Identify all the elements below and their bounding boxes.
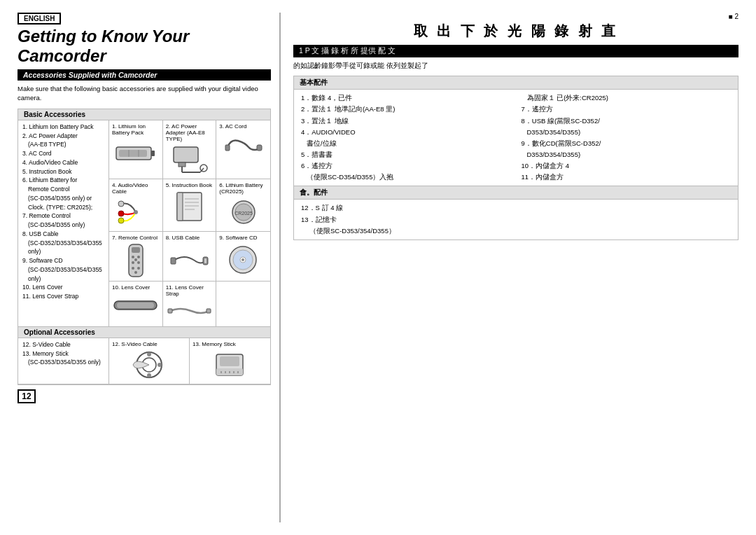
svg-rect-5 [174, 147, 198, 162]
svg-rect-45 [168, 309, 172, 313]
grid-cell-9: 9. Software CD [216, 232, 270, 281]
svg-point-14 [118, 201, 124, 207]
svg-text:CR2025: CR2025 [234, 211, 253, 216]
svg-point-13 [134, 210, 138, 214]
optional-list: 12. S-Video Cable 13. Memory Stick (SC-D… [18, 338, 109, 384]
svg-rect-1 [151, 151, 155, 156]
grid-cell-13: 13. Memory Stick [190, 338, 270, 384]
grid-cell-7: 7. Remote Control [109, 232, 163, 281]
intro-text-left: Make sure that the following basic acces… [18, 84, 271, 103]
section-header-left: Accessories Supplied with Camcorder [18, 69, 271, 81]
svg-point-52 [158, 363, 162, 367]
svg-rect-27 [132, 247, 140, 253]
svg-rect-18 [177, 193, 183, 221]
chinese-basic-list: 1．數錄 4，已件 2．置法１ 地準記向(AA-E8 里) 3．置法１ 地線 4… [294, 90, 738, 186]
svg-rect-60 [220, 356, 239, 366]
svg-rect-38 [204, 258, 206, 263]
accessories-box: Basic Accessories 1. Lithium Ion Battery… [18, 109, 271, 385]
svg-rect-11 [225, 145, 230, 151]
chinese-title: 取 出 下 於 光 陽 錄 射 直 [293, 22, 738, 41]
chinese-intro: 的如認齡鐘影帶手從可錄或能 依列並製起了 [293, 61, 738, 70]
grid-cell-10: 10. Lens Cover [109, 282, 163, 326]
svg-point-50 [147, 373, 151, 377]
svg-point-15 [118, 211, 124, 216]
svg-point-16 [118, 218, 124, 223]
svg-point-30 [132, 261, 134, 264]
page-number: 12 [18, 389, 36, 403]
grid-cell-1: 1. Lithium Ion Battery Pack [109, 120, 163, 179]
svg-point-29 [137, 256, 140, 258]
main-title: Getting to Know Your Camcorder [18, 27, 271, 65]
grid-cell-8: 8. USB Cable [163, 232, 217, 281]
right-panel: ■ 2 取 出 下 於 光 陽 錄 射 直 1 P 文 攝 錄 析 所 提供 配… [281, 13, 738, 522]
svg-point-31 [137, 261, 140, 264]
basic-list: 1. Lithium Ion Battery Pack 2. AC Power … [18, 120, 109, 326]
svg-rect-44 [117, 303, 154, 308]
chinese-basic-header: 基本配件 [294, 76, 738, 90]
svg-rect-2 [119, 150, 147, 157]
optional-header: Optional Accessories [18, 327, 270, 338]
svg-point-35 [134, 271, 137, 274]
grid-cell-4: 4. Audio/Video Cable [109, 179, 163, 231]
svg-point-28 [132, 256, 134, 258]
basic-header: Basic Accessories [18, 109, 270, 120]
svg-point-42 [241, 258, 244, 261]
svg-point-49 [147, 352, 151, 356]
svg-rect-36 [171, 258, 176, 264]
grid-cell-3: 3. AC Cord [216, 120, 270, 179]
svg-point-32 [134, 258, 137, 261]
svg-point-34 [137, 267, 140, 270]
chinese-section-header: 1 P 文 攝 錄 析 所 提供 配 文 [293, 45, 738, 57]
grid-cell-2: 2. AC Power Adapter (AA-E8 TYPE) [163, 120, 217, 179]
left-panel: ENGLISH Getting to Know Your Camcorder A… [18, 13, 280, 522]
chinese-optional-list: 12．S 訂 4 線 13．記憶卡 （使限SC-D353/354/D355） [294, 200, 738, 239]
svg-rect-46 [206, 309, 211, 313]
grid-cell-5: 5. Instruction Book [163, 179, 217, 231]
grid-cell-11: 11. Lens Cover Strap [163, 282, 217, 326]
svg-rect-6 [178, 162, 186, 167]
chinese-optional-header: 會。配件 [294, 186, 738, 200]
grid-cell-12: 12. S-Video Cable [109, 338, 190, 384]
svg-rect-12 [257, 145, 262, 151]
svg-point-33 [132, 267, 134, 270]
grid-cell-6: 6. Lithium Battery (CR2025) CR2025 [216, 179, 270, 231]
english-badge: ENGLISH [18, 13, 61, 25]
chinese-accessories-box: 基本配件 1．數錄 4，已件 2．置法１ 地準記向(AA-E8 里) 3．置法１… [293, 76, 738, 240]
page-indicator-right: ■ 2 [729, 13, 738, 20]
